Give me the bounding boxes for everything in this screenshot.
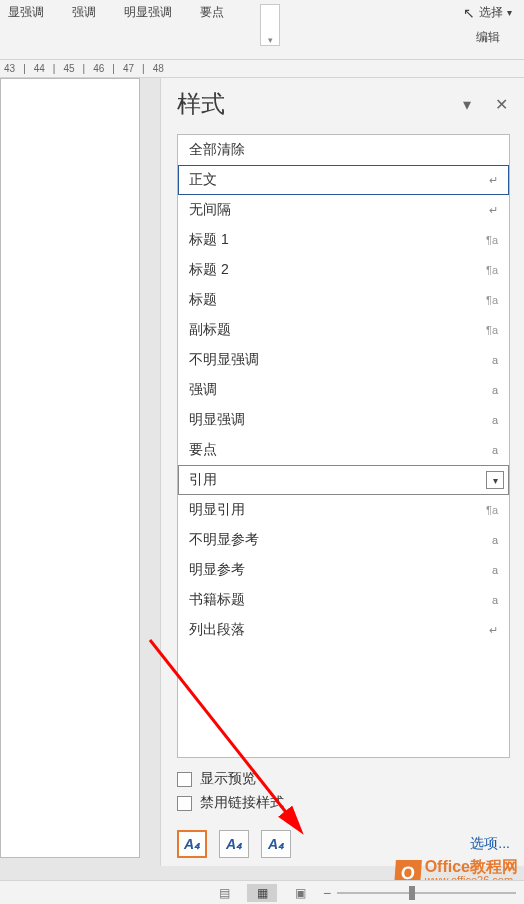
styles-pane-title: 样式 — [177, 88, 225, 120]
document-page[interactable] — [0, 78, 140, 858]
style-item-subtitle[interactable]: 副标题 ¶a — [178, 315, 509, 345]
main-area: 样式 ▾ ✕ 全部清除 正文 ↵ 无间隔 ↵ 标题 1 ¶a — [0, 78, 524, 866]
styles-pane: 样式 ▾ ✕ 全部清除 正文 ↵ 无间隔 ↵ 标题 1 ¶a — [160, 78, 524, 866]
style-marker: a — [492, 384, 498, 396]
style-label: 引用 — [189, 471, 217, 489]
manage-styles-icon: A₄ — [268, 836, 284, 852]
style-dropdown-arrow[interactable]: ▾ — [486, 471, 504, 489]
style-item-book-title[interactable]: 书籍标题 a — [178, 585, 509, 615]
show-preview-checkbox[interactable] — [177, 772, 192, 787]
styles-gallery-more-button[interactable]: ▾ — [260, 4, 280, 46]
style-item-heading-2[interactable]: 标题 2 ¶a — [178, 255, 509, 285]
style-marker: ¶a — [486, 324, 498, 336]
style-item-emphasis[interactable]: 强调 a — [178, 375, 509, 405]
print-layout-icon: ▦ — [257, 886, 268, 900]
pane-menu-button[interactable]: ▾ — [463, 95, 471, 114]
manage-styles-button[interactable]: A₄ — [261, 830, 291, 858]
style-label: 不明显参考 — [189, 531, 259, 549]
styles-pane-header: 样式 ▾ ✕ — [177, 88, 510, 120]
style-label: 明显强调 — [189, 411, 245, 429]
styles-pane-bottom-buttons: A₄ A₄ A₄ 选项... — [177, 830, 510, 858]
new-style-icon: A₄ — [184, 836, 200, 852]
style-item-intense-quote[interactable]: 明显引用 ¶a — [178, 495, 509, 525]
style-inspector-icon: A₄ — [226, 836, 242, 852]
style-item-clear-all[interactable]: 全部清除 — [178, 135, 509, 165]
style-item-subtle-reference[interactable]: 不明显参考 a — [178, 525, 509, 555]
ruler-mark: 43 — [4, 63, 15, 74]
style-item-intense-reference[interactable]: 明显参考 a — [178, 555, 509, 585]
style-label: 列出段落 — [189, 621, 245, 639]
horizontal-ruler[interactable]: 43| 44| 45| 46| 47| 48 — [0, 60, 524, 78]
cursor-icon: ↖ — [463, 5, 475, 21]
style-marker: ↵ — [489, 204, 498, 217]
style-item-strong[interactable]: 要点 a — [178, 435, 509, 465]
document-area — [0, 78, 160, 866]
select-label: 选择 — [479, 4, 503, 21]
disable-linked-checkbox-row[interactable]: 禁用链接样式 — [177, 794, 510, 812]
ruler-mark: 45 — [63, 63, 74, 74]
style-item-title[interactable]: 标题 ¶a — [178, 285, 509, 315]
styles-options-link[interactable]: 选项... — [470, 835, 510, 853]
zoom-slider-thumb[interactable] — [409, 886, 415, 900]
style-marker: a — [492, 564, 498, 576]
print-layout-button[interactable]: ▦ — [247, 884, 277, 902]
status-bar: ▤ ▦ ▣ − — [0, 880, 524, 904]
style-marker: a — [492, 354, 498, 366]
ruler-mark: 48 — [153, 63, 164, 74]
ruler-mark: 47 — [123, 63, 134, 74]
read-mode-button[interactable]: ▤ — [209, 884, 239, 902]
style-marker: ¶a — [486, 294, 498, 306]
watermark-title: Office教程网 — [425, 859, 518, 875]
style-item-no-spacing[interactable]: 无间隔 ↵ — [178, 195, 509, 225]
style-label: 全部清除 — [189, 141, 245, 159]
style-marker: a — [492, 414, 498, 426]
web-layout-icon: ▣ — [295, 886, 306, 900]
style-marker: a — [492, 444, 498, 456]
ruler-mark: 44 — [34, 63, 45, 74]
web-layout-button[interactable]: ▣ — [285, 884, 315, 902]
style-label: 明显参考 — [189, 561, 245, 579]
style-inspector-button[interactable]: A₄ — [219, 830, 249, 858]
style-marker: ¶a — [486, 234, 498, 246]
read-mode-icon: ▤ — [219, 886, 230, 900]
ribbon-editing-group: ↖ 选择 ▾ 编辑 — [463, 4, 512, 46]
pane-close-button[interactable]: ✕ — [495, 95, 508, 114]
show-preview-checkbox-row[interactable]: 显示预览 — [177, 770, 510, 788]
ribbon-style-item[interactable]: 强调 — [72, 4, 96, 21]
style-label: 标题 2 — [189, 261, 229, 279]
style-marker: a — [492, 594, 498, 606]
style-item-normal[interactable]: 正文 ↵ — [178, 165, 509, 195]
style-marker: ¶a — [486, 504, 498, 516]
ribbon: 显强调 强调 明显强调 要点 ▾ ↖ 选择 ▾ 编辑 — [0, 0, 524, 60]
chevron-down-icon: ▾ — [507, 7, 512, 18]
style-marker: ¶a — [486, 264, 498, 276]
style-label: 强调 — [189, 381, 217, 399]
style-label: 副标题 — [189, 321, 231, 339]
editing-group-label: 编辑 — [463, 29, 512, 46]
select-dropdown[interactable]: ↖ 选择 ▾ — [463, 4, 512, 21]
ribbon-style-item[interactable]: 显强调 — [8, 4, 44, 21]
styles-list: 全部清除 正文 ↵ 无间隔 ↵ 标题 1 ¶a 标题 2 ¶a 标题 ¶a — [177, 134, 510, 758]
new-style-button[interactable]: A₄ — [177, 830, 207, 858]
style-marker: a — [492, 534, 498, 546]
style-item-heading-1[interactable]: 标题 1 ¶a — [178, 225, 509, 255]
style-label: 标题 — [189, 291, 217, 309]
style-item-intense-emphasis[interactable]: 明显强调 a — [178, 405, 509, 435]
ruler-mark: 46 — [93, 63, 104, 74]
style-label: 明显引用 — [189, 501, 245, 519]
zoom-out-button[interactable]: − — [323, 885, 331, 901]
style-label: 不明显强调 — [189, 351, 259, 369]
style-item-list-paragraph[interactable]: 列出段落 ↵ — [178, 615, 509, 645]
style-label: 要点 — [189, 441, 217, 459]
zoom-slider[interactable]: − — [323, 885, 516, 901]
zoom-slider-track[interactable] — [337, 892, 516, 894]
ribbon-styles-group: 显强调 强调 明显强调 要点 ▾ — [0, 0, 288, 59]
disable-linked-checkbox[interactable] — [177, 796, 192, 811]
style-item-subtle-emphasis[interactable]: 不明显强调 a — [178, 345, 509, 375]
ribbon-style-item[interactable]: 要点 — [200, 4, 224, 21]
style-marker: ↵ — [489, 624, 498, 637]
style-item-quote[interactable]: 引用 ▾ — [178, 465, 509, 495]
style-marker: ↵ — [489, 174, 498, 187]
ribbon-style-item[interactable]: 明显强调 — [124, 4, 172, 21]
style-label: 正文 — [189, 171, 217, 189]
